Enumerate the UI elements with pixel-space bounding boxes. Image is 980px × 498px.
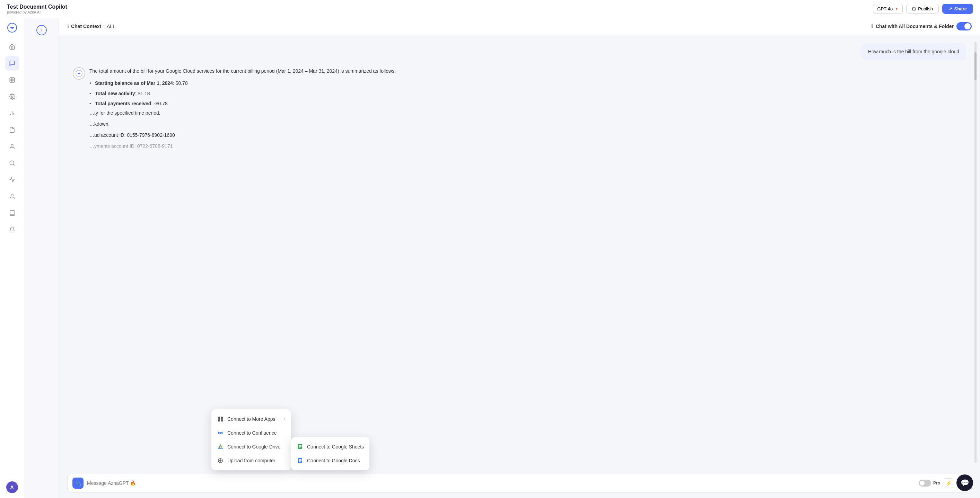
pro-toggle[interactable]: [919, 480, 931, 487]
google-drive-label: Connect to Google Drive: [228, 444, 280, 449]
svg-rect-25: [299, 446, 301, 446]
svg-line-12: [13, 164, 14, 165]
topbar: Test Docuemnt Copilot powered by Azna AI…: [0, 0, 980, 18]
bullet-payments-received: Total payments received: -$0.78: [89, 99, 396, 109]
dropdown-upload[interactable]: Upload from computer: [212, 454, 291, 468]
user-avatar[interactable]: A: [6, 481, 18, 493]
bot-cloud-account: …ud account ID: 0155-7976-8902-1690: [89, 131, 396, 140]
expand-panel-btn[interactable]: ›: [37, 25, 47, 35]
main-layout: A › ℹ Chat Context : ALL ℹ Chat with All…: [0, 18, 980, 498]
all-docs-info-icon: ℹ: [871, 24, 873, 29]
dropdown-google-docs[interactable]: Connect to Google Docs: [291, 454, 369, 468]
svg-rect-18: [221, 419, 223, 422]
all-docs-toggle[interactable]: [956, 22, 972, 30]
sidebar-person-btn[interactable]: [5, 189, 19, 204]
bot-bullets: Starting balance as of Mar 1, 2024: $0.7…: [89, 78, 396, 109]
share-icon: ↗: [948, 6, 952, 11]
dropdown-google-drive[interactable]: Connect to Google Drive: [212, 440, 291, 454]
sidebar-chat-btn[interactable]: [5, 56, 19, 71]
dropdown-confluence[interactable]: Connect to Confluence: [212, 426, 291, 440]
sidebar-book-btn[interactable]: [5, 206, 19, 220]
svg-rect-1: [10, 78, 14, 82]
more-apps-subdropdown: Connect to Google Sheets Connect to Goog…: [291, 437, 369, 470]
chat-context-info: ℹ Chat Context : ALL: [67, 24, 115, 29]
scroll-track: [974, 42, 977, 463]
app-title: Test Docuemnt Copilot: [7, 4, 67, 10]
svg-rect-17: [218, 419, 220, 422]
app-info: Test Docuemnt Copilot powered by Azna AI: [7, 4, 67, 14]
topbar-actions: GPT-4o ▼ ⊞ Publish ↗ Share: [873, 4, 973, 14]
user-message: How much is the bill from the google clo…: [73, 43, 966, 60]
more-apps-arrow-icon: ›: [284, 417, 286, 422]
svg-rect-27: [299, 447, 301, 448]
sidebar-icons: A: [0, 18, 24, 498]
sidebar-analytics-btn[interactable]: [5, 106, 19, 121]
bot-payments-account: …yments account ID: 0722-6708-9171: [89, 142, 396, 151]
svg-rect-16: [221, 417, 223, 419]
google-docs-icon: [297, 457, 304, 464]
bot-avatar: [73, 67, 85, 80]
sidebar-docs-btn[interactable]: [5, 122, 19, 137]
messages-container: How much is the bill from the google clo…: [59, 35, 980, 469]
svg-point-11: [10, 161, 14, 165]
dropdown-google-sheets[interactable]: Connect to Google Sheets: [291, 440, 369, 454]
scroll-thumb[interactable]: [974, 52, 977, 80]
chat-all-docs-toggle: ℹ Chat with All Documents & Folder: [871, 22, 972, 30]
context-info-icon: ℹ: [67, 24, 69, 29]
sidebar-settings-btn[interactable]: [5, 89, 19, 104]
message-input[interactable]: [87, 481, 915, 486]
publish-label: Publish: [918, 6, 933, 11]
gpt-arrow-icon: ▼: [895, 7, 898, 11]
pro-label: Pro: [933, 481, 940, 485]
gpt-label: GPT-4o: [877, 6, 893, 11]
sidebar-notif-btn[interactable]: [5, 222, 19, 237]
confluence-label: Connect to Confluence: [228, 430, 277, 436]
chat-header: ℹ Chat Context : ALL ℹ Chat with All Doc…: [59, 18, 980, 35]
share-label: Share: [955, 6, 967, 11]
google-sheets-label: Connect to Google Sheets: [307, 444, 364, 449]
svg-rect-28: [300, 444, 301, 446]
svg-rect-33: [300, 458, 301, 459]
chat-context-colon: :: [103, 24, 105, 29]
sidebar-table-btn[interactable]: [5, 73, 19, 87]
sidebar-search-btn[interactable]: [5, 156, 19, 170]
svg-point-10: [11, 144, 13, 146]
attach-dropdown: Connect to More Apps › Connect to Conflu…: [212, 409, 291, 470]
attach-button[interactable]: 📎: [72, 477, 84, 488]
svg-point-6: [11, 96, 13, 98]
secondary-sidebar: ›: [24, 18, 59, 498]
sidebar-users-btn[interactable]: [5, 139, 19, 154]
sidebar-magic-btn[interactable]: [5, 173, 19, 187]
svg-point-13: [11, 194, 13, 196]
flash-button[interactable]: ⚡: [943, 478, 953, 488]
upload-label: Upload from computer: [228, 458, 275, 463]
dropdown-more-apps[interactable]: Connect to More Apps ›: [212, 412, 291, 426]
confluence-icon: [217, 430, 224, 436]
chat-area: ℹ Chat Context : ALL ℹ Chat with All Doc…: [59, 18, 980, 498]
all-docs-label: Chat with All Documents & Folder: [876, 24, 954, 29]
bot-extra: …ty for the specified time period.: [89, 109, 396, 117]
pro-toggle-area: Pro: [919, 480, 940, 487]
bot-message-content: The total amount of the bill for your Go…: [89, 67, 396, 153]
google-sheets-icon: [297, 443, 304, 450]
gpt-selector[interactable]: GPT-4o ▼: [873, 4, 903, 14]
sidebar-home-btn[interactable]: [5, 40, 19, 54]
publish-button[interactable]: ⊞ Publish: [906, 4, 939, 14]
google-drive-icon: [217, 443, 224, 450]
user-message-text: How much is the bill from the google clo…: [861, 43, 966, 60]
svg-rect-32: [299, 461, 301, 462]
support-chat-btn[interactable]: 💬: [956, 474, 973, 491]
google-docs-label: Connect to Google Docs: [307, 458, 360, 463]
bullet-starting-balance: Starting balance as of Mar 1, 2024: $0.7…: [89, 78, 396, 89]
svg-rect-15: [218, 417, 220, 419]
app-subtitle: powered by Azna AI: [7, 10, 67, 14]
app-logo: [7, 23, 17, 34]
bot-message: The total amount of the bill for your Go…: [73, 67, 966, 153]
bot-intro: The total amount of the bill for your Go…: [89, 67, 396, 76]
more-apps-label: Connect to More Apps: [228, 416, 275, 422]
upload-icon: [217, 457, 224, 464]
share-button[interactable]: ↗ Share: [942, 4, 973, 14]
svg-rect-26: [299, 446, 301, 447]
bullet-new-activity: Total new activity: $1.18: [89, 89, 396, 99]
grid-icon: ⊞: [912, 6, 916, 11]
